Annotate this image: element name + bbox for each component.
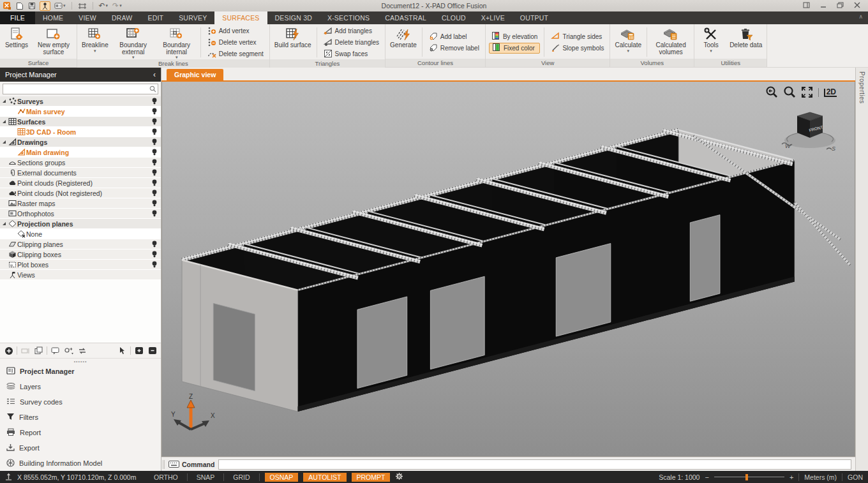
- command-input[interactable]: [218, 459, 851, 470]
- snap-toggle[interactable]: SNAP: [193, 473, 219, 481]
- duplicate-button[interactable]: [33, 345, 44, 356]
- status-settings-button[interactable]: [395, 472, 403, 482]
- visibility-bulb-icon[interactable]: [150, 117, 159, 126]
- nav-project-manager[interactable]: Project Manager: [0, 364, 161, 379]
- add-triangles-button[interactable]: Add triangles: [321, 26, 382, 36]
- visibility-bulb-icon[interactable]: [150, 158, 159, 167]
- triangle-sides-button[interactable]: Triangle sides: [548, 31, 606, 42]
- new-empty-surface-button[interactable]: New empty surface: [33, 26, 75, 59]
- tree-item-surveys[interactable]: Surveys: [0, 96, 161, 107]
- tree-item-sections-groups[interactable]: Sections groups: [0, 158, 161, 168]
- generate-button[interactable]: Generate: [387, 26, 419, 59]
- search-input[interactable]: [3, 84, 147, 94]
- tree-item-drawings[interactable]: Drawings: [0, 137, 161, 147]
- tree-item-surfaces[interactable]: Surfaces: [0, 117, 161, 127]
- visibility-bulb-icon[interactable]: [150, 168, 159, 177]
- tab-x-sections[interactable]: X-SECTIONS: [320, 11, 377, 24]
- tree-item-none[interactable]: None: [0, 229, 161, 239]
- delete-vertex-button[interactable]: Delete vertex: [205, 37, 266, 48]
- add-vertex-button[interactable]: Add vertex: [205, 26, 266, 36]
- scale-slider[interactable]: [714, 473, 784, 481]
- expander-icon[interactable]: [0, 222, 8, 225]
- graphic-canvas[interactable]: 2D FRONT W S Z: [161, 82, 855, 457]
- nav-filters[interactable]: Filters: [0, 410, 161, 425]
- visibility-bulb-icon[interactable]: [150, 189, 159, 197]
- tab-x-live[interactable]: X+LIVE: [474, 11, 513, 24]
- tab-design-3d[interactable]: DESIGN 3D: [267, 11, 320, 24]
- tab-properties[interactable]: Properties: [858, 71, 865, 104]
- visibility-bulb-icon[interactable]: [150, 97, 159, 105]
- tree-item-main-drawing[interactable]: Main drawing: [0, 147, 161, 158]
- autolist-toggle[interactable]: AUTOLIST: [303, 473, 346, 482]
- calculated-volumes-button[interactable]: Calculated volumes: [650, 26, 692, 59]
- tree-item-raster-maps[interactable]: Raster maps: [0, 198, 161, 209]
- osnap-toggle[interactable]: OSNAP: [265, 473, 299, 482]
- convert-button[interactable]: [63, 345, 74, 356]
- zoom-out-slider-button[interactable]: −: [705, 473, 708, 481]
- tools-button[interactable]: Tools: [696, 26, 726, 59]
- delete-triangles-button[interactable]: Delete triangles: [321, 37, 382, 48]
- units-selector[interactable]: Meters (m): [804, 473, 837, 481]
- tree-item-orthophotos[interactable]: Orthophotos: [0, 209, 161, 219]
- help-panel-button[interactable]: [803, 2, 810, 10]
- tree-item-external-documents[interactable]: External documents: [0, 168, 161, 178]
- visibility-bulb-icon[interactable]: [150, 107, 159, 115]
- visibility-bulb-icon[interactable]: [150, 148, 159, 156]
- nav-export[interactable]: Export: [0, 440, 161, 456]
- zoom-in-slider-button[interactable]: +: [789, 473, 793, 481]
- delete-data-button[interactable]: Delete data: [727, 26, 765, 59]
- swap-faces-button[interactable]: Swap faces: [321, 48, 382, 59]
- visibility-bulb-icon[interactable]: [150, 128, 159, 136]
- collapse-ribbon-button[interactable]: [858, 13, 863, 20]
- tree-item-point-clouds-registered[interactable]: Point clouds (Registered): [0, 178, 161, 188]
- expand-all-button[interactable]: [133, 345, 144, 356]
- restore-button[interactable]: [837, 2, 844, 10]
- refresh-button[interactable]: [77, 345, 87, 356]
- tree-item-point-clouds-not-registered[interactable]: Point clouds (Not registered): [0, 188, 161, 198]
- expander-icon[interactable]: [0, 120, 8, 123]
- visibility-bulb-icon[interactable]: [150, 199, 159, 207]
- new-document-button[interactable]: [15, 1, 24, 11]
- tree-item-3d-cad-room[interactable]: 3D CAD - Room: [0, 127, 161, 137]
- tab-draw[interactable]: DRAW: [104, 11, 140, 24]
- visibility-bulb-icon[interactable]: [150, 138, 159, 146]
- tree-item-clipping-boxes[interactable]: Clipping boxes: [0, 249, 161, 260]
- station-setup-button[interactable]: [40, 1, 50, 11]
- expander-icon[interactable]: [0, 140, 8, 144]
- nav-building-information-model[interactable]: Building Information Model: [0, 456, 161, 471]
- zoom-extents-button[interactable]: [801, 86, 813, 100]
- visibility-bulb-icon[interactable]: [150, 209, 159, 218]
- prompt-toggle[interactable]: PROMPT: [352, 473, 391, 482]
- visibility-bulb-icon[interactable]: [150, 260, 159, 269]
- tree-item-views[interactable]: Views: [0, 270, 161, 280]
- rename-button[interactable]: [20, 345, 31, 356]
- view-2d-button[interactable]: 2D: [824, 89, 837, 97]
- settings-button[interactable]: Settings: [2, 26, 31, 59]
- expander-icon[interactable]: [0, 100, 8, 103]
- visibility-bulb-icon[interactable]: [150, 240, 159, 248]
- tree-item-plot-boxes[interactable]: Plot boxes: [0, 260, 161, 270]
- boundary-internal-button[interactable]: Boundary internal: [156, 26, 198, 59]
- calculate-button[interactable]: Calculate: [612, 26, 644, 59]
- tab-graphic-view[interactable]: Graphic view: [167, 69, 223, 80]
- nav-survey-codes[interactable]: Survey codes: [0, 394, 161, 410]
- tab-view[interactable]: VIEW: [71, 11, 104, 24]
- close-button[interactable]: [854, 2, 860, 10]
- tab-file[interactable]: FILE: [0, 11, 35, 24]
- tab-output[interactable]: OUTPUT: [513, 11, 556, 24]
- add-label-button[interactable]: Add label: [426, 31, 482, 42]
- by-elevation-button[interactable]: By elevation: [489, 31, 540, 42]
- id-badge-button[interactable]: ▾: [54, 1, 66, 11]
- minimize-button[interactable]: [820, 2, 827, 10]
- tab-cloud[interactable]: CLOUD: [434, 11, 474, 24]
- remove-label-button[interactable]: Remove label: [426, 43, 482, 54]
- tree-item-main-survey[interactable]: Main survey: [0, 107, 161, 117]
- breakline-button[interactable]: Breakline: [79, 26, 111, 59]
- delete-segment-button[interactable]: Delete segment: [205, 48, 266, 59]
- tree-item-clipping-planes[interactable]: Clipping planes: [0, 239, 161, 249]
- pick-object-button[interactable]: [117, 345, 128, 356]
- view-cube[interactable]: FRONT W S: [779, 106, 841, 154]
- tab-edit[interactable]: EDIT: [140, 11, 171, 24]
- nav-layers[interactable]: Layers: [0, 379, 161, 394]
- tab-surfaces[interactable]: SURFACES: [214, 11, 267, 24]
